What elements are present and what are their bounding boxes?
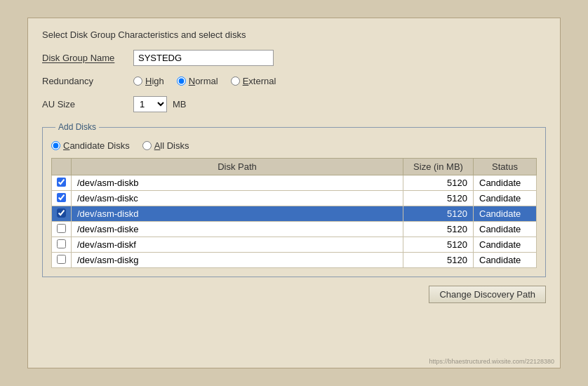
redundancy-high-radio[interactable] (133, 76, 142, 86)
table-row[interactable]: /dev/asm-diskb5120Candidate (52, 175, 537, 191)
au-size-row: AU Size 1 2 4 8 MB (42, 96, 546, 112)
row-checkbox-cell (52, 191, 72, 206)
redundancy-high-option[interactable]: High (133, 76, 164, 86)
add-disks-legend: Add Disks (55, 122, 99, 132)
row-disk-path: /dev/asm-diskf (72, 237, 403, 253)
row-disk-path: /dev/asm-diskg (72, 253, 403, 268)
row-disk-size: 5120 (403, 175, 474, 191)
disk-group-name-input[interactable] (133, 50, 274, 66)
row-disk-size: 5120 (403, 191, 474, 206)
disk-group-dialog: Select Disk Group Characteristics and se… (27, 18, 561, 368)
col-header-check (52, 159, 72, 175)
redundancy-external-radio[interactable] (231, 76, 240, 86)
all-disks-label: All Disks (154, 140, 189, 151)
au-size-select[interactable]: 1 2 4 8 (133, 96, 167, 112)
redundancy-external-option[interactable]: External (231, 76, 276, 86)
row-checkbox[interactable] (57, 178, 66, 187)
row-checkbox-cell (52, 237, 72, 253)
au-size-label: AU Size (42, 99, 133, 109)
bottom-bar: Change Discovery Path (42, 286, 546, 303)
row-checkbox[interactable] (57, 239, 66, 248)
all-disks-radio[interactable] (142, 141, 152, 150)
row-disk-path: /dev/asm-diske (72, 222, 403, 237)
redundancy-normal-label: Normal (189, 76, 218, 86)
table-row[interactable]: /dev/asm-diskd5120Candidate (52, 206, 537, 222)
candidate-disks-option[interactable]: Candidate Disks (51, 140, 130, 151)
disk-table: Disk Path Size (in MB) Status /dev/asm-d… (51, 158, 537, 268)
row-disk-size: 5120 (403, 237, 474, 253)
row-disk-status: Candidate (474, 222, 537, 237)
redundancy-row: Redundancy High Normal External (42, 76, 546, 86)
watermark-text: https://bhaestructured.wixsite.com/22128… (429, 358, 554, 365)
col-header-status: Status (474, 159, 537, 175)
row-disk-status: Candidate (474, 206, 537, 222)
row-checkbox[interactable] (57, 255, 66, 264)
row-disk-size: 5120 (403, 253, 474, 268)
table-row[interactable]: /dev/asm-diskc5120Candidate (52, 191, 537, 206)
row-disk-status: Candidate (474, 191, 537, 206)
row-checkbox-cell (52, 206, 72, 222)
change-discovery-path-button[interactable]: Change Discovery Path (429, 286, 546, 303)
table-row[interactable]: /dev/asm-diske5120Candidate (52, 222, 537, 237)
table-row[interactable]: /dev/asm-diskf5120Candidate (52, 237, 537, 253)
redundancy-normal-option[interactable]: Normal (177, 76, 218, 86)
redundancy-normal-radio[interactable] (177, 76, 186, 86)
row-checkbox-cell (52, 253, 72, 268)
redundancy-high-label: High (145, 76, 164, 86)
row-checkbox-cell (52, 222, 72, 237)
row-checkbox-cell (52, 175, 72, 191)
row-disk-status: Candidate (474, 253, 537, 268)
row-disk-path: /dev/asm-diskb (72, 175, 403, 191)
au-size-unit: MB (173, 99, 187, 109)
au-size-control: 1 2 4 8 MB (133, 96, 187, 112)
redundancy-label: Redundancy (42, 76, 133, 86)
disk-filter-row: Candidate Disks All Disks (51, 140, 537, 151)
col-header-size: Size (in MB) (403, 159, 474, 175)
row-disk-path: /dev/asm-diskc (72, 191, 403, 206)
table-header-row: Disk Path Size (in MB) Status (52, 159, 537, 175)
row-disk-size: 5120 (403, 206, 474, 222)
row-disk-status: Candidate (474, 237, 537, 253)
row-checkbox[interactable] (57, 193, 66, 202)
candidate-disks-radio[interactable] (51, 141, 60, 150)
all-disks-option[interactable]: All Disks (142, 140, 189, 151)
add-disks-section: Add Disks Candidate Disks All Disks Disk… (42, 122, 546, 277)
disk-group-name-row: Disk Group Name (42, 50, 546, 66)
row-disk-size: 5120 (403, 222, 474, 237)
disk-group-name-label: Disk Group Name (42, 53, 133, 63)
redundancy-external-label: External (243, 76, 276, 86)
redundancy-radio-group: High Normal External (133, 76, 276, 86)
row-disk-path: /dev/asm-diskd (72, 206, 403, 222)
row-checkbox[interactable] (57, 208, 66, 218)
row-checkbox[interactable] (57, 224, 66, 233)
col-header-path: Disk Path (72, 159, 403, 175)
table-row[interactable]: /dev/asm-diskg5120Candidate (52, 253, 537, 268)
candidate-disks-label: Candidate Disks (63, 140, 130, 151)
dialog-title: Select Disk Group Characteristics and se… (42, 29, 546, 40)
row-disk-status: Candidate (474, 175, 537, 191)
